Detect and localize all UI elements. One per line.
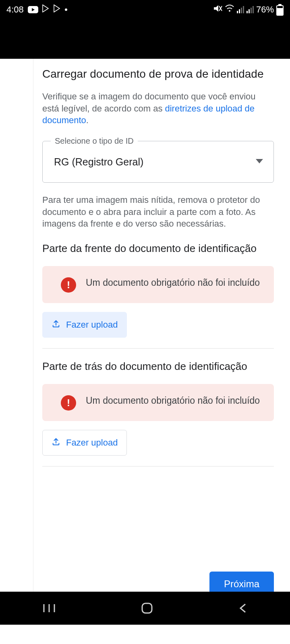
back-error-text: Um documento obrigatório não foi incluíd… <box>86 394 260 407</box>
play-store-icon <box>42 4 50 15</box>
back-button[interactable] <box>238 603 248 614</box>
divider <box>42 348 274 349</box>
svg-marker-2 <box>54 5 60 12</box>
chevron-down-icon <box>256 158 263 165</box>
svg-rect-13 <box>142 603 152 613</box>
upload-icon <box>52 319 60 330</box>
front-upload-button[interactable]: Fazer upload <box>42 312 127 338</box>
svg-marker-1 <box>43 5 48 12</box>
main-content: Carregar documento de prova de identidad… <box>33 59 283 592</box>
svg-point-6 <box>229 10 230 12</box>
divider <box>42 466 274 466</box>
back-heading: Parte de trás do documento de identifica… <box>42 360 274 374</box>
svg-marker-7 <box>256 159 263 163</box>
clock: 4:08 <box>6 4 24 15</box>
signal-icon <box>246 6 254 13</box>
select-label: Selecione o tipo de ID <box>51 136 138 146</box>
home-button[interactable] <box>141 602 153 615</box>
back-upload-button[interactable]: Fazer upload <box>42 430 127 456</box>
mute-icon <box>213 4 222 15</box>
next-button[interactable]: Próxima <box>209 572 274 592</box>
app-header-black <box>0 19 290 59</box>
battery-icon <box>276 4 284 16</box>
error-icon: ! <box>61 395 76 411</box>
svg-marker-0 <box>32 8 35 11</box>
upload-icon <box>52 437 60 448</box>
wifi-icon <box>225 4 234 15</box>
status-left: 4:08 <box>6 4 67 15</box>
id-type-select[interactable]: Selecione o tipo de ID RG (Registro Gera… <box>42 141 274 183</box>
front-upload-label: Fazer upload <box>66 320 118 330</box>
recents-button[interactable] <box>42 603 56 614</box>
battery-percent: 76% <box>256 4 274 15</box>
android-nav-bar <box>0 592 290 625</box>
status-right: 76% <box>213 4 284 16</box>
front-heading: Parte da frente do documento de identifi… <box>42 242 274 256</box>
back-upload-label: Fazer upload <box>66 438 118 448</box>
front-error-box: ! Um documento obrigatório não foi inclu… <box>42 266 274 303</box>
page-description: Verifique se a imagem do documento que v… <box>42 91 274 126</box>
youtube-icon <box>28 6 38 13</box>
hint-text: Para ter uma imagem mais nítida, remova … <box>42 194 274 230</box>
select-value: RG (Registro Geral) <box>54 156 143 168</box>
status-bar: 4:08 76% <box>0 0 290 19</box>
desc-suffix: . <box>86 115 89 125</box>
notification-dot-icon <box>65 8 67 11</box>
svg-marker-3 <box>214 5 218 12</box>
back-error-box: ! Um documento obrigatório não foi inclu… <box>42 384 274 421</box>
error-icon: ! <box>61 277 76 293</box>
page-title: Carregar documento de prova de identidad… <box>42 67 274 81</box>
content-wrapper: Carregar documento de prova de identidad… <box>0 59 290 592</box>
play-store-icon <box>54 4 61 15</box>
front-error-text: Um documento obrigatório não foi incluíd… <box>86 277 260 289</box>
signal-icon <box>237 6 244 13</box>
